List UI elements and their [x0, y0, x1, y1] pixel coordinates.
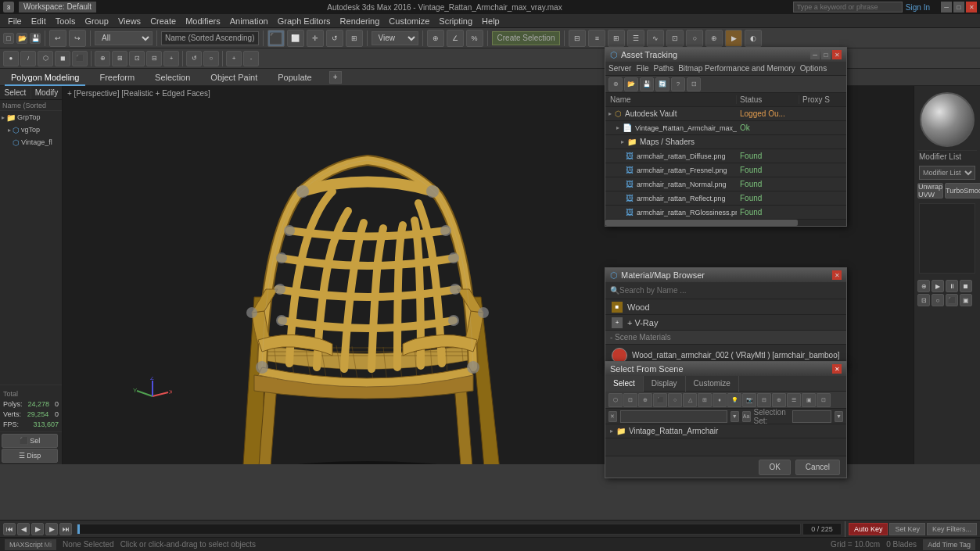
sfs-tb-13[interactable]: ☰ [787, 393, 801, 407]
render-icon-button[interactable]: ⊕ [917, 280, 930, 292]
move-button[interactable]: ✛ [307, 30, 324, 47]
sfs-tb-4[interactable]: ⬛ [653, 393, 667, 407]
at-row-vault[interactable]: ▸ ⬡ Autodesk Vault Logged Ou... [605, 107, 846, 121]
percent-snap-button[interactable]: % [466, 30, 483, 47]
tab-selection[interactable]: Selection [149, 69, 196, 86]
key-filters-button[interactable]: Key Filters... [927, 523, 977, 535]
at-tb-5[interactable]: ? [671, 77, 685, 91]
sfs-tb-12[interactable]: ⊕ [772, 393, 786, 407]
mb-close-button[interactable]: ✕ [832, 270, 842, 280]
sfs-tb-7[interactable]: ⊞ [698, 393, 712, 407]
workspace-dropdown[interactable]: Workspace: Default [19, 2, 96, 13]
tab-object-paint[interactable]: Object Paint [204, 69, 264, 86]
selection-filter-dropdown[interactable]: All Geometry Shapes [95, 31, 153, 45]
maximize-button[interactable]: □ [953, 2, 964, 13]
at-tb-4[interactable]: 🔄 [655, 77, 669, 91]
material-editor-button[interactable]: ○ [686, 30, 703, 47]
mb-search-input[interactable] [619, 286, 842, 295]
left-tab-select[interactable]: Select [0, 86, 31, 99]
sfs-selection-set-dropdown[interactable]: ▼ [835, 411, 843, 422]
menu-modifiers[interactable]: Modifiers [181, 14, 225, 28]
right-tool-6[interactable]: ○ [932, 294, 944, 306]
playback-button[interactable]: ▶ [932, 280, 944, 292]
at-tb-1[interactable]: ⊕ [608, 77, 623, 91]
rotate-button[interactable]: ↺ [326, 30, 343, 47]
at-row-reflect[interactable]: 🖼 armchair_rattan_Reflect.png Found [605, 191, 846, 206]
poly-border-button[interactable]: ⬡ [38, 51, 53, 66]
minimize-button[interactable]: ─ [941, 2, 952, 13]
at-row-rglossiness[interactable]: 🖼 armchair_rattan_RGlossiness.png Found [605, 206, 846, 220]
schematic-view-button[interactable]: ⊡ [666, 30, 684, 47]
stop-button[interactable]: ⏹ [960, 280, 972, 292]
sfs-tb-6[interactable]: △ [683, 393, 697, 407]
right-tool-7[interactable]: ⬛ [946, 294, 958, 306]
menu-edit[interactable]: Edit [27, 14, 51, 28]
menu-animation[interactable]: Animation [225, 14, 273, 28]
at-row-diffuse[interactable]: 🖼 armchair_rattan_Diffuse.png Found [605, 149, 846, 163]
sfs-tb-11[interactable]: ⊟ [757, 393, 771, 407]
at-menu-options[interactable]: Options [800, 64, 827, 73]
render-button[interactable]: ▶ [725, 30, 742, 47]
view-dropdown[interactable]: View Screen World [372, 31, 418, 45]
menu-group[interactable]: Group [80, 14, 113, 28]
go-end-button[interactable]: ⏭ [59, 523, 72, 535]
sfs-tb-8[interactable]: ♦ [713, 393, 727, 407]
redo-button[interactable]: ↪ [69, 30, 86, 47]
at-row-fresnel[interactable]: 🖼 armchair_rattan_Fresnel.png Found [605, 163, 846, 177]
loop-button[interactable]: ↺ [186, 51, 202, 66]
timeline-scrubber[interactable] [77, 524, 801, 535]
sfs-tb-9[interactable]: 💡 [727, 393, 741, 407]
connect-button[interactable]: + [163, 51, 179, 66]
menu-tools[interactable]: Tools [51, 14, 81, 28]
align-button[interactable]: ≡ [588, 30, 605, 47]
sfs-tb-2[interactable]: ⊡ [623, 393, 637, 407]
sfs-tb-15[interactable]: ⊡ [817, 393, 831, 407]
bridge-button[interactable]: ⊟ [146, 51, 162, 66]
mirror-button[interactable]: ⊟ [569, 30, 586, 47]
sfs-search-input[interactable] [620, 410, 727, 423]
active-shade-button[interactable]: ◐ [745, 30, 762, 47]
sfs-tb-14[interactable]: ▣ [802, 393, 816, 407]
right-tool-8[interactable]: ▣ [960, 294, 972, 306]
scale-button[interactable]: ⊞ [346, 30, 363, 47]
snap-button[interactable]: ⊕ [427, 30, 444, 47]
menu-rendering[interactable]: Rendering [336, 14, 385, 28]
angle-snap-button[interactable]: ∠ [447, 30, 464, 47]
at-menu-file[interactable]: File [636, 64, 648, 73]
ring-button[interactable]: ○ [203, 51, 219, 66]
close-button[interactable]: ✕ [966, 2, 977, 13]
auto-key-button[interactable]: Auto Key [849, 523, 888, 535]
menu-scripting[interactable]: Scripting [434, 14, 477, 28]
save-button[interactable]: 💾 [30, 33, 41, 44]
at-row-maps-folder[interactable]: ▸ 📁 Maps / Shaders [605, 135, 846, 149]
play-button[interactable]: ▶ [31, 523, 44, 535]
at-tb-6[interactable]: ⊡ [687, 77, 701, 91]
sfs-tab-display[interactable]: Display [644, 376, 686, 392]
modifier-list-dropdown[interactable]: Modifier List [919, 166, 975, 180]
shrink-button[interactable]: - [243, 51, 259, 66]
layer-manager-button[interactable]: ☰ [627, 30, 644, 47]
scene-node-vintage[interactable]: ⬡ Vintage_fl [0, 136, 62, 148]
menu-create[interactable]: Create [145, 14, 181, 28]
mb-category-vray[interactable]: + + V-Ray [605, 315, 846, 331]
open-button[interactable]: 📂 [16, 33, 27, 44]
at-close-button[interactable]: ✕ [832, 50, 842, 59]
select-object-button[interactable]: ⬛ [267, 30, 285, 47]
display-settings-button[interactable]: ☰ Disp [2, 449, 58, 463]
mb-category-wood[interactable]: ■ Wood [605, 299, 846, 315]
grow-button[interactable]: + [226, 51, 242, 66]
sfs-tb-1[interactable]: ⬡ [608, 393, 623, 407]
poly-edge-button[interactable]: / [20, 51, 36, 66]
prev-frame-button[interactable]: ◀ [17, 523, 30, 535]
at-row-normal[interactable]: 🖼 armchair_rattan_Normal.png Found [605, 177, 846, 191]
sfs-case-button[interactable]: Aa [742, 411, 751, 422]
go-start-button[interactable]: ⏮ [3, 523, 16, 535]
sfs-tab-customize[interactable]: Customize [686, 376, 739, 392]
menu-help[interactable]: Help [477, 14, 504, 28]
render-setup-button[interactable]: ⊕ [705, 30, 723, 47]
poly-element-button[interactable]: ⬛ [72, 51, 88, 66]
tab-polygon-modeling[interactable]: Polygon Modeling [5, 69, 85, 86]
bevel-button[interactable]: ⊞ [112, 51, 127, 66]
selection-filter-button[interactable]: ⬛ Sel [2, 434, 58, 448]
add-time-tag-button[interactable]: Add Time Tag [923, 539, 975, 550]
